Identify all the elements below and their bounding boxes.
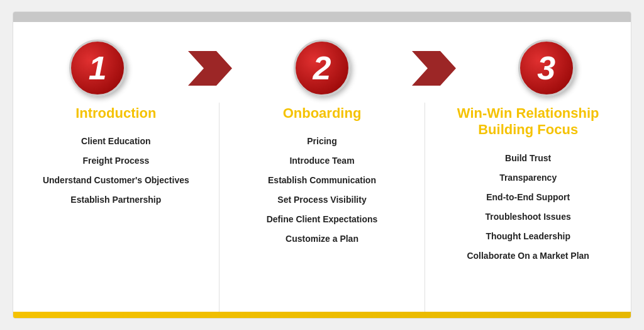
- main-card: 1 2 3 Introduction: [13, 11, 631, 319]
- col-title-relationship: Win-Win Relationship Building Focus: [431, 103, 625, 141]
- step-circle-1: 1: [69, 40, 126, 96]
- column-relationship: Win-Win Relationship Building Focus Buil…: [425, 103, 631, 312]
- list-item: Transparency: [467, 169, 589, 186]
- list-item: Introduce Team: [267, 152, 378, 169]
- list-item: Establish Communication: [267, 172, 378, 189]
- col-items-onboarding: Pricing Introduce Team Establish Communi…: [267, 133, 378, 248]
- columns-row: Introduction Client Education Freight Pr…: [13, 103, 631, 312]
- col-items-relationship: Build Trust Transparency End-to-End Supp…: [467, 150, 589, 265]
- col-items-introduction: Client Education Freight Process Underst…: [43, 133, 189, 208]
- step-circle-2: 2: [294, 40, 350, 96]
- content-area: 1 2 3 Introduction: [13, 22, 631, 312]
- list-item: Client Education: [43, 133, 189, 150]
- list-item: Troubleshoot Issues: [467, 208, 589, 225]
- column-introduction: Introduction Client Education Freight Pr…: [13, 103, 219, 312]
- list-item: Set Process Visibility: [267, 191, 378, 208]
- top-bar: [13, 12, 631, 22]
- col-title-introduction: Introduction: [75, 103, 156, 124]
- list-item: Customize a Plan: [267, 230, 378, 248]
- list-item: Pricing: [267, 133, 378, 150]
- list-item: Build Trust: [467, 150, 589, 167]
- svg-marker-0: [188, 51, 232, 86]
- list-item: Establish Partnership: [43, 191, 189, 208]
- col-title-onboarding: Onboarding: [283, 103, 362, 124]
- list-item: Thought Leadership: [467, 228, 589, 245]
- column-onboarding: Onboarding Pricing Introduce Team Establ…: [219, 103, 426, 312]
- arrow-1: [188, 49, 232, 87]
- steps-row: 1 2 3: [13, 22, 631, 103]
- list-item: Understand Customer's Objectives: [43, 172, 189, 189]
- arrow-2: [412, 49, 456, 87]
- bottom-bar: [13, 312, 631, 318]
- list-item: Collaborate On a Market Plan: [467, 248, 589, 265]
- list-item: Define Client Expectations: [267, 211, 378, 228]
- list-item: End-to-End Support: [467, 189, 589, 206]
- step-circle-3: 3: [518, 40, 575, 96]
- list-item: Freight Process: [43, 152, 189, 169]
- svg-marker-1: [412, 51, 456, 86]
